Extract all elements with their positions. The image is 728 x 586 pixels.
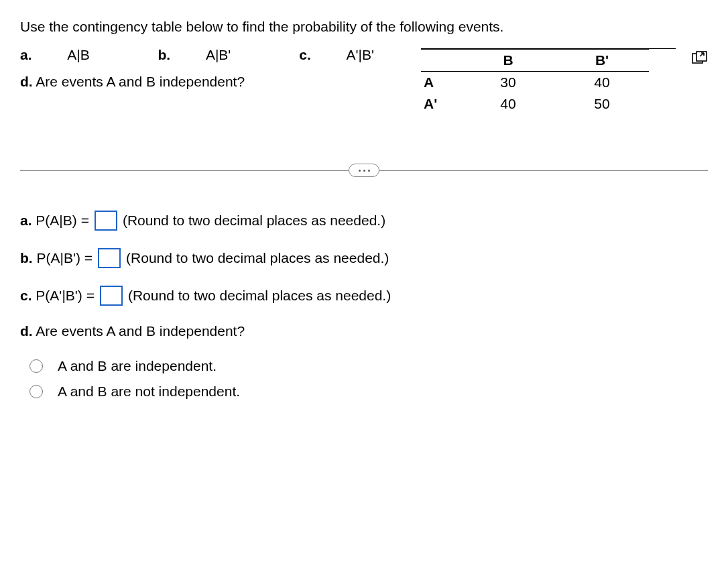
expand-button[interactable] xyxy=(349,164,379,177)
answer-a: a. P(A|B) = (Round to two decimal places… xyxy=(20,211,708,231)
table-row: A 30 40 xyxy=(421,72,649,94)
table-row: A' 40 50 xyxy=(421,93,649,115)
part-d-label: d. xyxy=(20,74,33,89)
answer-d-question: d. Are events A and B independent? xyxy=(20,323,708,339)
answer-c-input[interactable] xyxy=(100,286,123,306)
table-cell: 50 xyxy=(555,93,649,115)
table-row-aprime: A' xyxy=(421,93,461,115)
part-c-text: A'|B' xyxy=(346,47,374,62)
part-a-label: a. xyxy=(20,47,32,62)
table-row-a: A xyxy=(421,72,461,94)
table-cell: 40 xyxy=(555,72,649,94)
table-cell: 30 xyxy=(461,72,555,94)
radio-not-independent[interactable] xyxy=(29,385,43,398)
table-corner-cell xyxy=(421,50,461,72)
part-c: c. A'|B' xyxy=(299,47,406,62)
table-col-bprime: B' xyxy=(555,50,649,72)
part-a: a. A|B xyxy=(20,47,122,62)
intro-text: Use the contingency table below to find … xyxy=(20,19,708,35)
answer-b-hint: (Round to two decimal places as needed.) xyxy=(126,250,389,266)
radio-not-independent-label[interactable]: A and B are not independent. xyxy=(58,384,240,400)
answer-b-label: b. P(A|B') = xyxy=(20,250,93,266)
part-d-text: Are events A and B independent? xyxy=(36,74,245,89)
answer-a-hint: (Round to two decimal places as needed.) xyxy=(123,213,385,229)
answer-b: b. P(A|B') = (Round to two decimal place… xyxy=(20,248,708,268)
question-header: Use the contingency table below to find … xyxy=(20,19,708,90)
answer-c-label: c. P(A'|B') = xyxy=(20,288,95,304)
answer-c: c. P(A'|B') = (Round to two decimal plac… xyxy=(20,286,708,306)
part-b-label: b. xyxy=(158,47,171,62)
answer-b-input[interactable] xyxy=(98,248,121,268)
part-b: b. A|B' xyxy=(158,47,263,62)
part-c-label: c. xyxy=(299,47,311,62)
radio-independent-label[interactable]: A and B are independent. xyxy=(58,358,217,374)
answer-a-label: a. P(A|B) = xyxy=(20,213,89,229)
answer-d-options: A and B are independent. A and B are not… xyxy=(20,358,708,400)
table-col-b: B xyxy=(461,50,555,72)
radio-option-not-independent: A and B are not independent. xyxy=(29,384,708,400)
answer-a-input[interactable] xyxy=(95,211,117,231)
answer-c-hint: (Round to two decimal places as needed.) xyxy=(128,288,391,304)
radio-option-independent: A and B are independent. xyxy=(29,358,708,374)
contingency-table-wrap: B B' A 30 40 A' 40 50 xyxy=(421,48,676,115)
part-b-text: A|B' xyxy=(206,47,231,62)
table-cell: 40 xyxy=(461,93,555,115)
part-a-text: A|B xyxy=(67,47,89,62)
section-divider xyxy=(20,164,708,177)
contingency-table: B B' A 30 40 A' 40 50 xyxy=(421,49,649,115)
radio-independent[interactable] xyxy=(29,359,43,373)
popout-icon[interactable] xyxy=(692,51,708,66)
